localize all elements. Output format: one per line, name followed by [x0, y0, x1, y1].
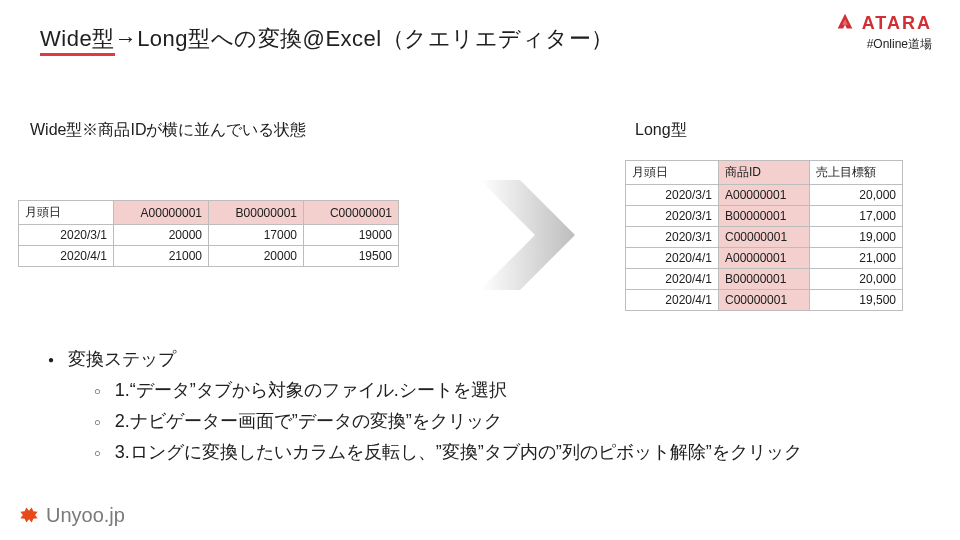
col-id: 商品ID — [719, 161, 810, 185]
brand-tagline: #Online道場 — [834, 36, 932, 53]
subhead-wide: Wide型※商品IDが横に並んでいる状態 — [30, 120, 306, 141]
table-row: 2020/3/1C0000000119,000 — [626, 227, 903, 248]
table-row: 2020/4/1C0000000119,500 — [626, 290, 903, 311]
subhead-long: Long型 — [635, 120, 687, 141]
table-row: 月頭日 商品ID 売上目標額 — [626, 161, 903, 185]
long-table: 月頭日 商品ID 売上目標額 2020/3/1A0000000120,000 2… — [625, 160, 903, 311]
col-c: C00000001 — [304, 201, 399, 225]
table-row: 2020/4/1A0000000121,000 — [626, 248, 903, 269]
table-row: 2020/3/1B0000000117,000 — [626, 206, 903, 227]
wide-table: 月頭日 A00000001 B00000001 C00000001 2020/3… — [18, 200, 399, 267]
brand-name: ATARA — [862, 13, 932, 34]
svg-marker-0 — [480, 180, 575, 290]
steps-heading: 変換ステップ — [48, 344, 920, 375]
atara-logo-icon — [834, 12, 856, 34]
table-row: 2020/4/1 21000 20000 19500 — [19, 246, 399, 267]
table-row: 2020/4/1B0000000120,000 — [626, 269, 903, 290]
table-row: 月頭日 A00000001 B00000001 C00000001 — [19, 201, 399, 225]
list-item: 2.ナビゲーター画面で”データの変換”をクリック — [94, 406, 920, 437]
col-amount: 売上目標額 — [810, 161, 903, 185]
footer-label: Unyoo.jp — [46, 504, 125, 527]
table-row: 2020/3/1A0000000120,000 — [626, 185, 903, 206]
col-date: 月頭日 — [626, 161, 719, 185]
table-row: 2020/3/1 20000 17000 19000 — [19, 225, 399, 246]
steps-section: 変換ステップ 1.“データ”タブから対象のファイル.シートを選択 2.ナビゲータ… — [48, 344, 920, 468]
list-item: 3.ロングに変換したいカラムを反転し、”変換”タブ内の”列のピボット解除”をクリ… — [94, 437, 920, 468]
footer-brand: Unyoo.jp — [16, 502, 125, 528]
title-rest: →Long型への変換@Excel（クエリエディター） — [115, 26, 614, 51]
arrow-icon — [480, 180, 580, 290]
col-b: B00000001 — [209, 201, 304, 225]
col-a: A00000001 — [114, 201, 209, 225]
col-date: 月頭日 — [19, 201, 114, 225]
unyoo-gear-icon — [16, 502, 42, 528]
title-underlined: Wide型 — [40, 26, 115, 56]
list-item: 1.“データ”タブから対象のファイル.シートを選択 — [94, 375, 920, 406]
brand-block: ATARA #Online道場 — [834, 12, 932, 53]
slide-title: Wide型→Long型への変換@Excel（クエリエディター） — [40, 24, 614, 54]
